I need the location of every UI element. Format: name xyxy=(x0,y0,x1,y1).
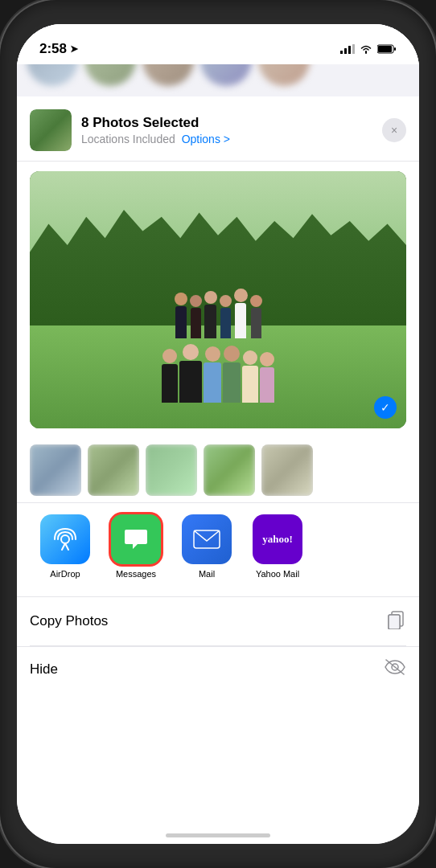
svg-rect-5 xyxy=(378,46,392,52)
copy-photos-label: Copy Photos xyxy=(30,613,385,629)
photo-scene: ✓ xyxy=(30,171,406,428)
thumb-1 xyxy=(30,444,81,496)
hide-row[interactable]: Hide xyxy=(17,646,419,692)
svg-line-9 xyxy=(65,543,68,550)
share-apps-row: AirDrop Messages xyxy=(17,502,419,590)
header-thumbnail xyxy=(30,109,72,151)
share-sheet: 8 Photos Selected Locations Included Opt… xyxy=(17,24,419,844)
copy-photos-row[interactable]: Copy Photos xyxy=(17,596,419,645)
status-time: 2:58 ➤ xyxy=(39,41,78,57)
thumb-5 xyxy=(261,444,313,496)
thumbnail-strip xyxy=(17,438,419,502)
svg-rect-2 xyxy=(348,46,351,54)
battery-icon xyxy=(377,44,397,54)
selected-badge: ✓ xyxy=(374,396,397,419)
svg-point-7 xyxy=(61,535,69,543)
home-indicator xyxy=(166,833,270,837)
copy-icon xyxy=(385,608,406,634)
hide-label: Hide xyxy=(30,661,384,678)
header-subtitle: Locations Included Options > xyxy=(81,133,372,145)
options-link[interactable]: Options > xyxy=(182,133,230,145)
status-icons xyxy=(340,44,397,54)
thumb-3 xyxy=(146,444,197,496)
phone-screen: 2:58 ➤ xyxy=(17,24,419,844)
wifi-icon xyxy=(360,44,372,54)
mail-label: Mail xyxy=(199,569,215,579)
messages-bubble-icon xyxy=(122,526,150,553)
yahoo-text-icon: yahoo! xyxy=(262,533,293,546)
yahoo-icon: yahoo! xyxy=(253,514,302,564)
thumb-4 xyxy=(204,444,255,496)
header-title: 8 Photos Selected xyxy=(81,115,372,131)
photo-preview: ✓ xyxy=(30,171,406,428)
svg-rect-13 xyxy=(389,615,400,629)
thumb-2 xyxy=(88,444,139,496)
airdrop-icon xyxy=(40,514,90,564)
app-mail[interactable]: Mail xyxy=(171,514,242,579)
airdrop-waves-icon xyxy=(51,526,79,553)
header-text: 8 Photos Selected Locations Included Opt… xyxy=(81,115,372,145)
svg-rect-1 xyxy=(344,48,347,54)
app-messages[interactable]: Messages xyxy=(101,514,171,579)
location-icon: ➤ xyxy=(70,43,78,55)
eye-slash-icon xyxy=(384,658,406,681)
svg-rect-0 xyxy=(340,51,343,54)
share-header: 8 Photos Selected Locations Included Opt… xyxy=(17,96,419,162)
mail-envelope-icon xyxy=(193,530,220,549)
mail-icon xyxy=(182,514,232,564)
app-yahoo[interactable]: yahoo! Yahoo Mail xyxy=(242,514,313,579)
svg-rect-3 xyxy=(352,44,355,54)
svg-line-8 xyxy=(62,543,65,550)
phone-frame: 2:58 ➤ xyxy=(0,0,436,868)
messages-icon xyxy=(111,514,161,564)
airdrop-label: AirDrop xyxy=(50,569,80,579)
yahoo-label: Yahoo Mail xyxy=(256,569,299,579)
status-bar: 2:58 ➤ xyxy=(17,24,419,64)
app-airdrop[interactable]: AirDrop xyxy=(30,514,101,579)
messages-label: Messages xyxy=(116,569,156,579)
svg-rect-6 xyxy=(394,47,396,51)
close-button[interactable]: × xyxy=(382,118,406,142)
signal-icon xyxy=(340,44,355,54)
